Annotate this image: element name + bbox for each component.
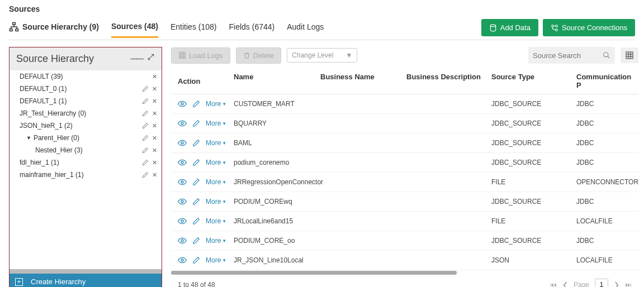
svg-point-13 <box>181 161 183 164</box>
tree-item[interactable]: JSON_hieR_1 (2)✕ <box>10 119 162 132</box>
search-box[interactable] <box>528 47 615 64</box>
caret-down-icon: ▼ <box>222 160 226 165</box>
tab-sources[interactable]: Sources (48) <box>111 22 158 38</box>
view-icon[interactable] <box>178 236 187 245</box>
edit-icon[interactable] <box>142 147 149 154</box>
last-page-icon[interactable]: ⏭ <box>625 281 632 288</box>
more-dropdown[interactable]: More▼ <box>206 217 226 225</box>
first-page-icon[interactable]: ⏮ <box>550 281 557 288</box>
tree-item[interactable]: Nested_Hier (3)✕ <box>10 144 162 156</box>
edit-icon[interactable] <box>192 198 200 205</box>
grid-view-toggle[interactable] <box>621 47 638 63</box>
row-range: 1 to 48 of 48 <box>178 281 215 288</box>
more-dropdown[interactable]: More▼ <box>206 100 226 108</box>
edit-icon[interactable] <box>142 110 149 117</box>
next-page-icon[interactable]: ❯ <box>614 281 619 288</box>
edit-icon[interactable] <box>192 159 200 166</box>
more-dropdown[interactable]: More▼ <box>206 119 226 127</box>
tree-item[interactable]: JR_Test_Hierarchy (0)✕ <box>10 107 162 119</box>
edit-icon[interactable] <box>142 159 149 166</box>
edit-icon[interactable] <box>142 135 149 142</box>
tab-source-hierarchy[interactable]: Source Hierarchy (9) <box>9 22 99 37</box>
view-icon[interactable] <box>178 178 187 186</box>
svg-rect-2 <box>16 28 18 31</box>
source-connections-button[interactable]: Source Connections <box>543 19 635 36</box>
change-level-label: Change Level <box>292 51 333 59</box>
edit-icon[interactable] <box>142 122 149 130</box>
minimize-icon[interactable]: ── <box>130 53 143 65</box>
load-logs-button[interactable]: Load Logs <box>171 47 230 64</box>
page-input[interactable] <box>595 279 608 287</box>
cell-comm-protocol: JDBC <box>576 139 632 147</box>
close-icon[interactable]: ✕ <box>152 98 157 105</box>
search-icon[interactable] <box>603 51 610 59</box>
more-dropdown[interactable]: More▼ <box>206 237 226 245</box>
cell-name: PODIUM_COREwq <box>234 198 320 205</box>
more-dropdown[interactable]: More▼ <box>206 178 226 186</box>
view-icon[interactable] <box>178 217 187 226</box>
more-dropdown[interactable]: More▼ <box>206 139 226 147</box>
view-icon[interactable] <box>178 99 187 108</box>
create-hierarchy-button[interactable]: + Create Hierarchy <box>10 274 162 287</box>
close-icon[interactable]: ✕ <box>152 85 157 93</box>
tab-audit-logs[interactable]: Audit Logs <box>287 22 324 37</box>
edit-icon[interactable] <box>192 256 200 264</box>
change-level-select[interactable]: Change Level ▼ <box>287 48 357 63</box>
more-dropdown[interactable]: More▼ <box>206 256 226 264</box>
tree-item[interactable]: DEFAULT_0 (1)✕ <box>10 83 162 95</box>
horizontal-scrollbar[interactable] <box>171 271 457 275</box>
tree-item-label: DEFAULT (39) <box>20 73 63 80</box>
view-icon[interactable] <box>178 197 187 206</box>
trash-icon <box>243 52 250 59</box>
plus-icon: + <box>15 278 23 286</box>
table-row: More▼JR_JSON_Line10LocalJSONLOCALFILE <box>171 251 638 270</box>
close-icon[interactable]: ✕ <box>152 122 157 130</box>
prev-page-icon[interactable]: ❮ <box>562 281 568 288</box>
close-icon[interactable]: ✕ <box>152 110 157 117</box>
tab-entities[interactable]: Entities (108) <box>171 22 216 37</box>
col-action: Action <box>171 73 234 89</box>
table-row: More▼JRRegressionOpenConnectorFILEOPENCO… <box>171 173 638 192</box>
edit-icon[interactable] <box>192 178 200 186</box>
caret-down-icon[interactable]: ▼ <box>26 135 31 141</box>
edit-icon[interactable] <box>192 139 200 147</box>
add-data-button[interactable]: Add Data <box>481 19 538 36</box>
more-dropdown[interactable]: More▼ <box>206 198 226 205</box>
sidebar-title: Source Hierarchy <box>16 53 94 65</box>
tree-item[interactable]: mainframe_hier_1 (1)✕ <box>10 169 162 181</box>
edit-icon[interactable] <box>192 119 200 127</box>
view-icon[interactable] <box>178 138 187 147</box>
view-icon[interactable] <box>178 158 187 167</box>
load-logs-label: Load Logs <box>189 51 223 60</box>
tab-fields[interactable]: Fields (6744) <box>229 22 274 37</box>
edit-icon[interactable] <box>142 171 149 179</box>
close-icon[interactable]: ✕ <box>152 147 157 154</box>
search-input[interactable] <box>533 51 603 60</box>
svg-point-16 <box>181 220 183 222</box>
close-icon[interactable]: ✕ <box>152 159 157 166</box>
expand-icon[interactable] <box>147 53 155 65</box>
tree-item[interactable]: ▼Parent_Hier (0)✕ <box>10 132 162 144</box>
tree-item[interactable]: fdl_hier_1 (1)✕ <box>10 156 162 169</box>
more-dropdown[interactable]: More▼ <box>206 159 226 166</box>
view-icon[interactable] <box>178 119 187 128</box>
col-business-description: Business Description <box>406 73 491 89</box>
edit-icon[interactable] <box>142 85 149 93</box>
create-hierarchy-label: Create Hierarchy <box>31 278 86 286</box>
view-icon[interactable] <box>178 256 187 265</box>
tree-item[interactable]: DEFAULT (39)✕ <box>10 70 162 83</box>
delete-button[interactable]: Delete <box>236 47 282 64</box>
close-icon[interactable]: ✕ <box>152 73 157 80</box>
edit-icon[interactable] <box>192 100 200 108</box>
svg-point-12 <box>181 142 183 144</box>
caret-down-icon: ▼ <box>222 102 226 107</box>
close-icon[interactable]: ✕ <box>152 171 157 179</box>
edit-icon[interactable] <box>142 98 149 105</box>
cell-name: BQUARRY <box>234 119 320 127</box>
edit-icon[interactable] <box>192 217 200 225</box>
add-data-label: Add Data <box>500 23 531 32</box>
tree-item[interactable]: DEFAULT_1 (1)✕ <box>10 95 162 107</box>
close-icon[interactable]: ✕ <box>152 135 157 142</box>
table-row: More▼PODIUM_CORE_ooJDBC_SOURCEJDBC <box>171 231 638 251</box>
edit-icon[interactable] <box>192 237 200 245</box>
